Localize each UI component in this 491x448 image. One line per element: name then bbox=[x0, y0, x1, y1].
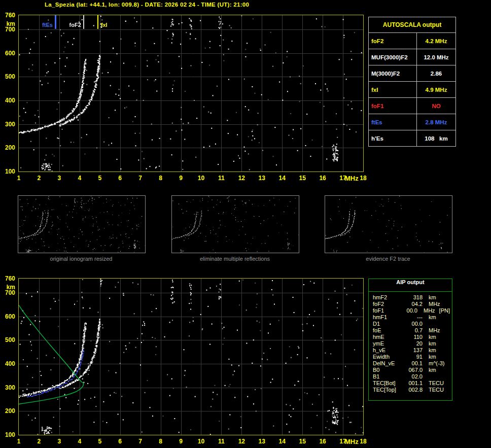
aip-label: hmF2 bbox=[373, 294, 403, 301]
aip-unit: TECU bbox=[429, 387, 444, 393]
aip-unit: m^(-3) bbox=[429, 360, 444, 367]
thumbnail-caption-cleaned: eliminate multiple reflections bbox=[171, 256, 299, 262]
aip-row: hmE110km bbox=[373, 334, 450, 340]
x-axis-tick-label: 9 bbox=[175, 438, 187, 445]
aip-label: foF2 bbox=[373, 301, 403, 307]
y-axis-tick-label: 500 bbox=[1, 336, 15, 343]
aip-output-table: AIP output hmF2318kmfoF204.2MHzfoF100.0M… bbox=[368, 279, 452, 401]
y-axis-unit-label: km bbox=[1, 284, 15, 291]
x-axis-tick-label: 7 bbox=[134, 438, 147, 445]
aip-row: TEC[Bot]001.1TECU bbox=[373, 380, 450, 387]
aip-unit: km bbox=[429, 347, 436, 354]
aip-row: DelN_vE00.1m^(-3) bbox=[373, 360, 450, 367]
aip-value: 02.0 bbox=[403, 373, 423, 380]
x-axis-tick-label: 10 bbox=[195, 438, 207, 445]
x-axis-tick-label: 1 bbox=[13, 175, 25, 182]
y-axis-tick-label: 600 bbox=[1, 313, 15, 320]
aip-unit: km bbox=[429, 367, 436, 373]
aip-label: TEC[Top] bbox=[373, 387, 403, 393]
aip-unit: km bbox=[429, 294, 436, 301]
aip-unit: MHz bbox=[424, 307, 435, 314]
y-axis-tick-label: 400 bbox=[1, 97, 15, 104]
thumbnail-original-ionogram bbox=[18, 195, 146, 253]
param-value-ftes: 2.8 MHz bbox=[417, 114, 456, 130]
param-label-m3000: M(3000)F2 bbox=[369, 65, 417, 82]
aip-unit: MHz bbox=[429, 327, 440, 334]
aip-unit: MHz bbox=[429, 301, 440, 307]
x-axis-tick-label: 13 bbox=[256, 438, 268, 445]
aip-value: 20 bbox=[403, 340, 423, 347]
aip-value: 110 bbox=[403, 334, 423, 340]
x-axis-tick-label: 14 bbox=[276, 175, 288, 182]
param-value-hes: 108 km bbox=[417, 130, 456, 147]
param-label-hes: h'Es bbox=[369, 130, 417, 147]
x-axis-tick-label: 11 bbox=[215, 438, 227, 445]
aip-value: 00.0 bbox=[400, 307, 417, 314]
table-row: ftEs 2.8 MHz bbox=[369, 114, 456, 130]
aip-unit: km bbox=[429, 354, 436, 360]
station-date-title: La_Spezia (lat: +44.1, lon: 009.8) - DAT… bbox=[45, 2, 249, 8]
x-axis-tick-label: 3 bbox=[53, 175, 65, 182]
aip-value: 0.7 bbox=[403, 327, 423, 334]
x-axis-tick-label: 1 bbox=[13, 438, 25, 445]
aip-extra: [PN] bbox=[439, 307, 450, 314]
param-value-muf: 12.0 MHz bbox=[417, 49, 456, 65]
aip-label: D1 bbox=[373, 321, 403, 327]
marker-label-fof2: foF2 bbox=[69, 22, 81, 28]
y-axis-tick-label: 300 bbox=[1, 121, 15, 128]
x-axis-tick-label: 7 bbox=[134, 175, 147, 182]
aip-value: 91 bbox=[403, 354, 423, 360]
y-axis-tick-label: 500 bbox=[1, 73, 15, 80]
aip-value: 00.0 bbox=[403, 321, 423, 327]
x-axis-unit-label: MHz bbox=[345, 438, 359, 445]
aip-label: h_vE bbox=[373, 347, 403, 354]
inverted-profile-plot bbox=[18, 278, 364, 435]
x-axis-tick-label: 6 bbox=[114, 175, 126, 182]
y-axis-tick-label: 400 bbox=[1, 360, 15, 367]
x-axis-tick-label: 18 bbox=[357, 438, 369, 445]
thumbnail-canvas-original bbox=[18, 196, 145, 253]
x-axis-tick-label: 3 bbox=[53, 438, 65, 445]
aip-table-title: AIP output bbox=[369, 279, 452, 292]
param-value-fxi: 4.9 MHz bbox=[417, 82, 456, 98]
y-axis-tick-label: 760 bbox=[1, 12, 15, 19]
param-label-muf: MUF(3000)F2 bbox=[369, 49, 417, 65]
param-label-fof1: foF1 bbox=[369, 98, 417, 114]
aip-row: D100.0 bbox=[373, 321, 450, 327]
param-label-fxi: fxI bbox=[369, 82, 417, 98]
table-row: foF2 4.2 MHz bbox=[369, 33, 456, 49]
x-axis-tick-label: 18 bbox=[357, 175, 369, 182]
aip-label: B0 bbox=[373, 367, 403, 373]
aip-row: hmF1---km bbox=[373, 314, 450, 321]
x-axis-tick-label: 15 bbox=[296, 175, 308, 182]
x-axis-tick-label: 8 bbox=[155, 175, 167, 182]
table-row: foF1 NO bbox=[369, 98, 456, 114]
ionogram-canvas-bottom bbox=[19, 279, 363, 435]
param-value-fof2: 4.2 MHz bbox=[417, 33, 456, 49]
x-axis-tick-label: 5 bbox=[94, 438, 106, 445]
x-axis-tick-label: 16 bbox=[317, 438, 329, 445]
aip-row: foF100.0MHz[PN] bbox=[373, 307, 450, 314]
aip-row: Ewidth91km bbox=[373, 354, 450, 360]
aip-row: B0067.0km bbox=[373, 367, 450, 373]
x-axis-tick-label: 4 bbox=[74, 175, 86, 182]
x-axis-tick-label: 12 bbox=[235, 438, 248, 445]
aip-label: Ewidth bbox=[373, 354, 403, 360]
x-axis-tick-label: 9 bbox=[175, 175, 187, 182]
table-row: MUF(3000)F2 12.0 MHz bbox=[369, 49, 456, 65]
autoscala-application-window: La_Spezia (lat: +44.1, lon: 009.8) - DAT… bbox=[0, 0, 491, 448]
x-axis-tick-label: 10 bbox=[195, 175, 207, 182]
aip-label: TEC[Bot] bbox=[373, 380, 403, 387]
aip-row: foE0.7MHz bbox=[373, 327, 450, 334]
x-axis-tick-label: 15 bbox=[296, 438, 308, 445]
thumbnail-caption-original: original ionogram resized bbox=[17, 256, 145, 262]
x-axis-tick-label: 16 bbox=[317, 175, 329, 182]
aip-row: hmF2318km bbox=[373, 294, 450, 301]
x-axis-tick-label: 12 bbox=[235, 175, 248, 182]
thumbnail-f2-trace-evidence bbox=[325, 195, 452, 253]
aip-label: ymE bbox=[373, 340, 403, 347]
aip-value: 002.8 bbox=[403, 387, 423, 393]
x-axis-tick-label: 11 bbox=[215, 175, 227, 182]
thumbnail-multiple-reflections-removed bbox=[171, 195, 299, 253]
autoscala-table-title: AUTOSCALA output bbox=[369, 17, 456, 33]
